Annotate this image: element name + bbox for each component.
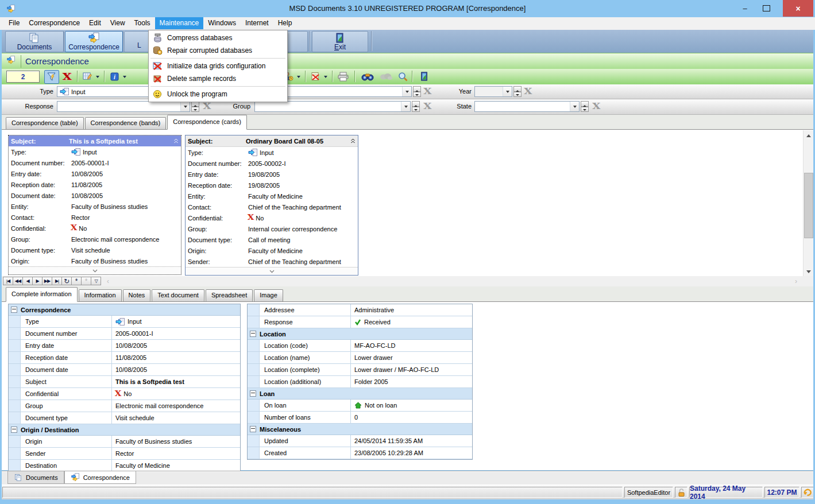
nav-prior-record-button[interactable]: ◀ <box>22 277 33 285</box>
menu-item-repair-corrupted-databases[interactable]: Repair corrupted databases <box>149 44 287 57</box>
grid-row[interactable]: Reception date11/08/2005 <box>9 352 240 364</box>
edit-grid-button-dropdown-arrow[interactable] <box>94 70 101 83</box>
nav-last-record-button[interactable]: ▶| <box>52 277 62 285</box>
grid-row[interactable]: Document number2005-00001-I <box>9 328 240 340</box>
edit-grid-button[interactable] <box>80 70 94 83</box>
close-view-button[interactable] <box>416 70 432 83</box>
dock-tab-correspondence[interactable]: Correspondence <box>64 471 136 484</box>
menu-tools[interactable]: Tools <box>130 17 155 29</box>
chevron-down-icon[interactable] <box>503 87 512 96</box>
clear-response-filter-button[interactable]: X <box>203 102 211 111</box>
group-filter-spinner[interactable] <box>412 101 420 112</box>
menu-item-delete-sample-records[interactable]: Delete sample records <box>149 72 287 85</box>
response-filter-spinner[interactable] <box>191 101 199 112</box>
collapse-minus-icon[interactable] <box>11 427 17 433</box>
correspondence-card[interactable]: Subject:This is a Softpedia testType:Inp… <box>8 135 181 275</box>
response-filter-combo[interactable] <box>57 101 190 112</box>
grid-row[interactable]: Location (complete)Lower drawer / MF-AO-… <box>248 364 472 376</box>
menu-item-initialize-data-grids-configuration[interactable]: Initialize data grids configuration <box>149 60 287 72</box>
tab-spreadsheet[interactable]: Spreadsheet <box>206 289 253 301</box>
collapse-minus-icon[interactable] <box>250 426 256 432</box>
scroll-down-arrow[interactable] <box>804 267 813 277</box>
clear-all-button[interactable]: X <box>60 70 74 83</box>
card-subject-header[interactable]: Subject:This is a Softpedia test <box>9 135 181 146</box>
grid-section-header[interactable]: Correspondence <box>9 304 240 316</box>
correspondence-button[interactable]: Correspondence <box>65 31 123 52</box>
grid-row[interactable]: GroupElectronic mail correspondence <box>9 400 240 412</box>
grid-row[interactable]: Location (code)MF-AO-FC-LD <box>248 340 472 352</box>
documents-button[interactable]: Documents <box>5 31 64 52</box>
exit-button[interactable]: Exit <box>312 31 368 52</box>
menu-view[interactable]: View <box>106 17 130 29</box>
grid-section-header[interactable]: Location <box>248 328 472 340</box>
binoculars-search-button[interactable] <box>359 70 376 83</box>
chevron-down-icon[interactable] <box>570 102 579 111</box>
menu-item-unlock-the-program[interactable]: Unlock the program <box>149 88 287 100</box>
card-expand-footer[interactable] <box>186 267 358 275</box>
tab-correspondence-table[interactable]: Correspondence (table) <box>6 117 84 129</box>
clear-state-filter-button[interactable]: X <box>592 102 600 111</box>
grid-section-header[interactable]: Origin / Destination <box>9 424 240 436</box>
menu-help[interactable]: Help <box>273 17 297 29</box>
info-button[interactable]: i <box>107 70 121 83</box>
grid-row[interactable]: Entry date10/08/2005 <box>9 340 240 352</box>
grid-row[interactable]: ConfidentialXNo <box>9 388 240 400</box>
print-button[interactable] <box>335 70 352 83</box>
menu-edit[interactable]: Edit <box>84 17 106 29</box>
grid-row[interactable]: Created23/08/2005 10:29:28 AM <box>248 447 472 459</box>
status-refresh-panel[interactable] <box>801 487 814 498</box>
nav-insert-record-button[interactable]: * <box>71 277 82 285</box>
grid-row[interactable]: AddresseeAdministrative <box>248 304 472 316</box>
collapse-minus-icon[interactable] <box>11 307 17 313</box>
dock-tab-documents[interactable]: Documents <box>7 471 64 484</box>
type-filter-spinner[interactable] <box>413 86 421 97</box>
zoom-button[interactable] <box>396 70 410 83</box>
card-subject-header[interactable]: Subject:Ordinary Board Call 08-05 <box>186 135 358 147</box>
grid-row[interactable]: DestinationFaculty of Medicine <box>9 460 240 472</box>
collapse-chevron-icon[interactable] <box>350 138 356 144</box>
maximize-button[interactable] <box>757 0 775 17</box>
state-filter-combo[interactable] <box>474 101 580 112</box>
nav-next-page-button[interactable]: ▶▶ <box>42 277 52 285</box>
menu-internet[interactable]: Internet <box>241 17 273 29</box>
grid-row[interactable]: Location (additional)Folder 2005 <box>248 376 472 388</box>
grid-row[interactable]: Number of loans0 <box>248 412 472 424</box>
grid-row[interactable]: On loanNot on loan <box>248 400 472 412</box>
grid-row[interactable]: OriginFaculty of Business studies <box>9 436 240 448</box>
nav-filter-button[interactable]: ▽ <box>91 277 101 285</box>
menu-windows[interactable]: Windows <box>203 17 241 29</box>
close-button[interactable]: × <box>783 0 813 17</box>
collapse-chevron-icon[interactable] <box>173 138 179 144</box>
grid-row[interactable]: ResponseReceived <box>248 316 472 328</box>
grid-row[interactable]: TypeInput <box>9 316 240 328</box>
chevron-down-icon[interactable] <box>180 102 190 111</box>
grid-row[interactable]: Location (name)Lower drawer <box>248 352 472 364</box>
tab-notes[interactable]: Notes <box>123 289 151 301</box>
clear-group-filter-button[interactable]: X <box>423 102 431 111</box>
hscroll-left-arrow[interactable]: ‹ <box>107 278 109 285</box>
filter-funnel-button[interactable] <box>44 70 59 84</box>
grid-row[interactable]: SenderRector <box>9 448 240 460</box>
tab-complete-information[interactable]: Complete information <box>6 287 78 302</box>
collapse-minus-icon[interactable] <box>250 331 256 337</box>
chevron-down-icon[interactable] <box>401 102 410 111</box>
tab-correspondence-cards[interactable]: Correspondence (cards) <box>167 115 247 130</box>
menu-correspondence[interactable]: Correspondence <box>24 17 84 29</box>
clear-type-filter-button[interactable]: X <box>423 87 431 96</box>
card-expand-footer[interactable] <box>9 266 181 274</box>
grid-row[interactable]: Document typeVisit schedule <box>9 412 240 424</box>
correspondence-card[interactable]: Subject:Ordinary Board Call 08-05Type:In… <box>185 135 358 276</box>
state-filter-spinner[interactable] <box>581 101 589 112</box>
grid-row[interactable]: Document date10/08/2005 <box>9 364 240 376</box>
grid-section-header[interactable]: Loan <box>248 388 472 400</box>
tab-correspondence-bands[interactable]: Correspondence (bands) <box>85 117 167 129</box>
grid-row[interactable]: Updated24/05/2014 11:59:35 AM <box>248 435 472 447</box>
menu-maintenance[interactable]: Maintenance <box>155 17 204 29</box>
nav-refresh-button[interactable]: ↻ <box>61 277 72 285</box>
menu-file[interactable]: File <box>4 17 24 29</box>
nav-first-record-button[interactable]: |◀ <box>3 277 13 285</box>
collapse-minus-icon[interactable] <box>250 390 256 397</box>
scrollbar-thumb[interactable] <box>804 173 813 238</box>
tab-information[interactable]: Information <box>79 289 122 301</box>
year-filter-combo[interactable] <box>474 86 512 97</box>
